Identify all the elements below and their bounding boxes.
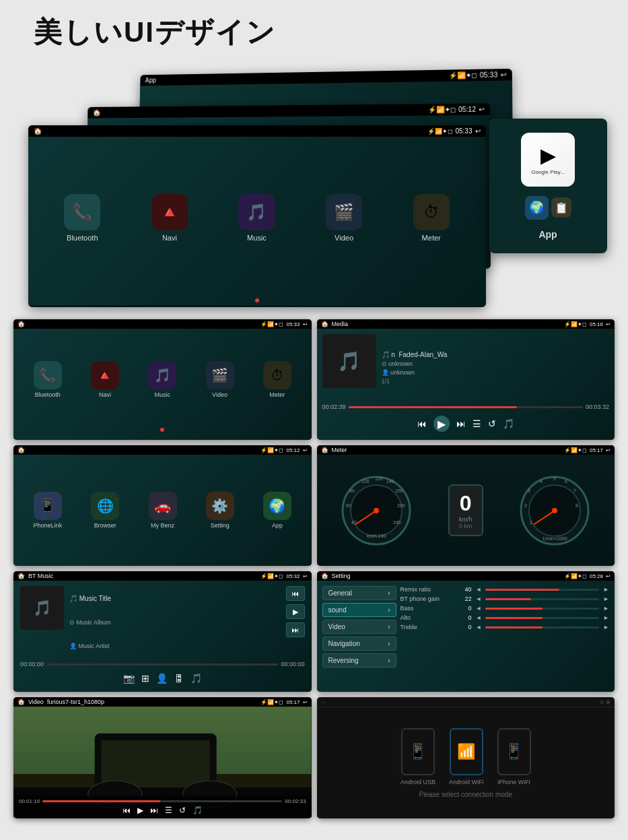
svg-text:6: 6 (565, 479, 567, 484)
phone-connect-content: 📱 Android USB 📶 Android WiFi 📱 iPhone Wi… (317, 707, 615, 818)
setting-reversing[interactable]: Reversing › (322, 653, 396, 668)
setting-bass: Bass 0 ◄ ► (400, 605, 610, 612)
front-app-video[interactable]: 🎬 Video (326, 194, 362, 242)
bt-contact-btn[interactable]: 👤 (156, 673, 168, 684)
media-progress: 00:02:39 00:03:32 (322, 403, 610, 410)
next-button[interactable]: ⏭ (456, 418, 466, 429)
meter-screen-label: Meter (332, 447, 347, 453)
video-time-total: 00:02:33 (285, 798, 306, 804)
page-title: 美しいUIデザイン (34, 13, 276, 51)
setting-status-bar: 🏠 Setting ⚡📶✦◻ 05:28 ↩ (317, 571, 615, 581)
mini-app-meter[interactable]: ⏱ Meter (263, 361, 291, 398)
front-app-music[interactable]: 🎵 Music (238, 194, 275, 242)
screen-video: 🏠 Video furious7-tsr1_h1080p ⚡📶✦◻ 05:17 … (13, 697, 312, 818)
mini-app-browser[interactable]: 🌐 Browser (91, 492, 119, 529)
svg-text:1: 1 (530, 520, 532, 525)
front-time: 05:33 (455, 127, 472, 135)
bt-music-title: Music Title (79, 595, 111, 602)
bt-play-btn[interactable]: ▶ (286, 604, 305, 619)
media-top-section: 🎵 🎵 n Faded-Alan_Wa ⊙ unknown 👤 unknown … (322, 334, 610, 401)
play-button[interactable]: ▶ (433, 416, 450, 432)
screen-setting: 🏠 Setting ⚡📶✦◻ 05:28 ↩ General › sound ›… (317, 571, 615, 692)
bt-tone-btn[interactable]: 🎛 (174, 673, 184, 684)
media-control-row: ⏮ ▶ ⏭ ☰ ↺ 🎵 (322, 413, 610, 434)
setting-video[interactable]: Video › (322, 620, 396, 634)
svg-text:160: 160 (395, 488, 403, 493)
meter-gauges-content: 40 60 80 100 120 140 160 200 240 km/h 24… (317, 455, 615, 566)
svg-text:4: 4 (540, 479, 543, 484)
bt-time-total: 00:00:00 (281, 661, 304, 668)
front-app-meter[interactable]: ⏱ Meter (413, 194, 450, 242)
screen-home-apps: 🏠 ⚡📶✦◻ 05:33 ↩ 📞 Bluetooth 🔺 Navi 🎵 (13, 319, 312, 440)
bt-track-info: 🎵 Music Title ⊙ Music Album 👤 Music Arti… (69, 586, 281, 658)
video-sound-btn[interactable]: 🎵 (193, 806, 203, 815)
front-app-icons-row: 📞 Bluetooth 🔺 Navi 🎵 Music 🎬 Video ⏱ (28, 137, 486, 296)
svg-text:80: 80 (349, 488, 355, 493)
mini-app-navi[interactable]: 🔺 Navi (91, 361, 119, 398)
bt-progress: 00:00:00 00:00:00 (20, 661, 305, 668)
bt-music-player-content: 🎵 🎵 Music Title ⊙ Music Album 👤 Music Ar… (13, 581, 312, 692)
svg-point-12 (374, 508, 379, 513)
media-time-current: 00:02:39 (322, 403, 346, 410)
bt-next-btn[interactable]: ⏭ (286, 622, 305, 637)
bt-album-art: 🎵 (20, 586, 64, 630)
phone-mini-icons: 📱 PhoneLink 🌐 Browser 🚗 My Benz ⚙️ Setti… (19, 460, 306, 560)
svg-text:140: 140 (386, 479, 394, 484)
video-next-btn[interactable]: ⏭ (150, 806, 158, 815)
bt-prev-btn[interactable]: ⏮ (286, 586, 305, 601)
video-preview-area: 00:01:16 00:02:33 ⏮ ▶ ⏭ ☰ ↺ 🎵 (13, 707, 312, 818)
front-status-bar: 🏠 ⚡📶✦◻ 05:33 ↩ (28, 125, 486, 137)
setting-sound[interactable]: sound › (322, 603, 396, 617)
mini-app-mybenz[interactable]: 🚗 My Benz (149, 492, 177, 529)
android-wifi-option[interactable]: 📶 Android WiFi (449, 728, 484, 785)
video-play-btn[interactable]: ▶ (137, 806, 143, 815)
mini-app-music[interactable]: 🎵 Music (148, 361, 176, 398)
setting-treble: Treble 0 ◄ ► (400, 624, 610, 631)
prev-button[interactable]: ⏮ (417, 418, 427, 429)
mini-app-app[interactable]: 🌍 App (263, 492, 291, 529)
media-status-bar: 🏠 Media ⚡📶✦◻ 05:16 ↩ (317, 319, 615, 329)
video-repeat-btn[interactable]: ↺ (179, 806, 186, 815)
list-button[interactable]: ☰ (473, 418, 481, 429)
mini-app-setting[interactable]: ⚙️ Setting (206, 492, 234, 529)
bt-grid-btn[interactable]: ⊞ (141, 673, 149, 684)
home-status-bar: 🏠 ⚡📶✦◻ 05:33 ↩ (13, 319, 312, 329)
app-panel-label: App (538, 229, 557, 240)
iphone-wifi-label: iPhone WiFi (497, 779, 530, 785)
front-app-bluetooth[interactable]: 📞 Bluetooth (64, 194, 100, 242)
bt-screen-btn[interactable]: 📷 (123, 673, 135, 684)
android-usb-option[interactable]: 📱 Android USB (400, 728, 435, 785)
speed-unit: km/h (459, 516, 473, 523)
screen-front: 🏠 ⚡📶✦◻ 05:33 ↩ 📞 Bluetooth 🔺 Navi 🎵 (28, 125, 486, 307)
setting-alto: Alto 0 ◄ ► (400, 614, 610, 621)
video-player-content[interactable]: 00:01:16 00:02:33 ⏮ ▶ ⏭ ☰ ↺ 🎵 (13, 707, 312, 818)
video-controls: 00:01:16 00:02:33 ⏮ ▶ ⏭ ☰ ↺ 🎵 (13, 796, 312, 818)
setting-right-panel: Remix ratio 40 ◄ ► BT phone gain 22 ◄ ► (400, 586, 610, 686)
back-time: 05:33 (479, 71, 497, 79)
screen-phone-apps: 🏠 ⚡📶✦◻ 05:12 ↩ 📱 PhoneLink 🌐 Browser 🚗 (13, 445, 312, 566)
hero-section: App ⚡📶✦◻ 05:33 ↩ 🏠 ⚡📶✦◻ 05:12 ↩ 🏠 (22, 65, 607, 307)
repeat-button[interactable]: ↺ (488, 418, 496, 429)
mini-app-bluetooth[interactable]: 📞 Bluetooth (34, 361, 62, 398)
setting-player-content: General › sound › Video › Navigation › R… (317, 581, 615, 692)
front-app-navi[interactable]: 🔺 Navi (151, 194, 188, 242)
video-prev-btn[interactable]: ⏮ (123, 806, 131, 815)
page-dot-indicator (255, 298, 259, 302)
mini-app-video[interactable]: 🎬 Video (206, 361, 234, 398)
setting-navigation[interactable]: Navigation › (322, 637, 396, 651)
google-play-icon[interactable]: ▶ Google Play... (521, 133, 575, 187)
phone-apps-status-bar: 🏠 ⚡📶✦◻ 05:12 ↩ (13, 445, 312, 455)
video-screen-label: Video (28, 699, 44, 705)
video-list-btn[interactable]: ☰ (165, 806, 172, 815)
iphone-wifi-option[interactable]: 📱 iPhone WiFi (497, 728, 531, 785)
svg-text:200: 200 (397, 503, 405, 508)
shuffle-button[interactable]: 🎵 (503, 418, 514, 429)
media-track-name: Faded-Alan_Wa (398, 351, 447, 358)
bt-music-btn[interactable]: 🎵 (190, 673, 202, 684)
app-panel-mini-icons: 🌍 📋 (525, 196, 571, 220)
mini-app-phonelink[interactable]: 📱 PhoneLink (34, 492, 63, 529)
svg-text:7: 7 (573, 488, 576, 493)
android-wifi-label: Android WiFi (449, 779, 484, 785)
media-screen-label: Media (332, 321, 349, 327)
setting-general[interactable]: General › (322, 586, 396, 600)
